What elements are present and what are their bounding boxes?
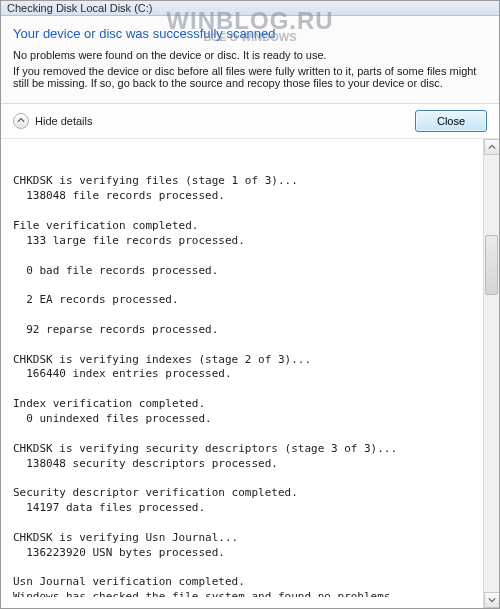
scroll-down-button[interactable] <box>484 592 500 608</box>
hide-details-toggle[interactable]: Hide details <box>13 113 92 129</box>
chkdsk-window: WINBLOG.RU ВСЁ О WINDOWS Checking Disk L… <box>0 0 500 609</box>
scroll-up-button[interactable] <box>484 139 500 155</box>
chkdsk-log[interactable]: CHKDSK is verifying files (stage 1 of 3)… <box>1 150 483 597</box>
log-viewport: CHKDSK is verifying files (stage 1 of 3)… <box>1 139 499 608</box>
result-summary: No problems were found on the device or … <box>13 49 487 61</box>
scroll-thumb[interactable] <box>485 235 498 295</box>
titlebar: Checking Disk Local Disk (C:) <box>1 1 499 16</box>
details-bar: Hide details Close <box>1 104 499 139</box>
result-heading: Your device or disc was successfully sca… <box>13 26 487 41</box>
header-area: Your device or disc was successfully sca… <box>1 16 499 104</box>
scrollbar[interactable] <box>483 139 499 608</box>
window-title: Checking Disk Local Disk (C:) <box>7 2 152 14</box>
hide-details-label: Hide details <box>35 115 92 127</box>
close-button[interactable]: Close <box>415 110 487 132</box>
scroll-track[interactable] <box>484 155 499 592</box>
chevron-up-icon <box>13 113 29 129</box>
result-note: If you removed the device or disc before… <box>13 65 487 89</box>
